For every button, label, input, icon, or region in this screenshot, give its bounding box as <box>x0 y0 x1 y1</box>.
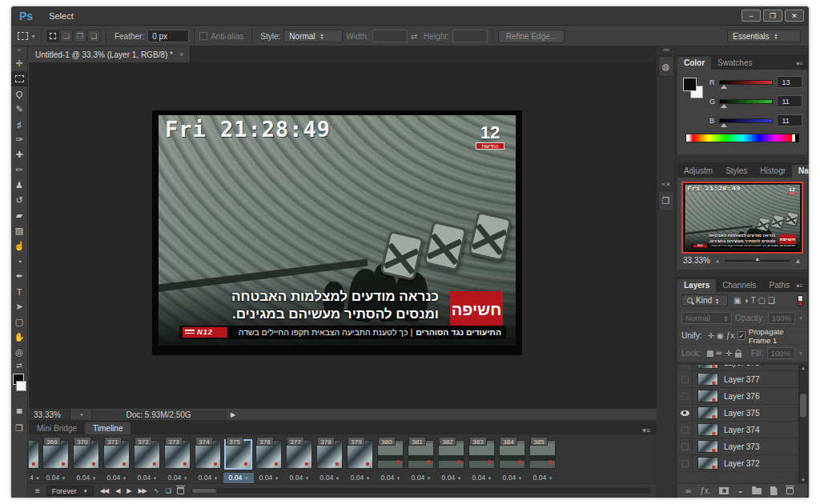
new-layer-icon[interactable] <box>770 486 778 495</box>
layer-thumbnail[interactable] <box>697 440 718 453</box>
refine-edge-button[interactable]: Refine Edge... <box>498 30 565 43</box>
navigator-proxy-view[interactable]: Fri 21:28:49 12 החדשות כנראה מודעים למצל… <box>681 182 803 254</box>
frame-duration[interactable]: 0.04 ▼ <box>223 473 254 483</box>
delete-layer-icon[interactable] <box>786 487 794 494</box>
adjustment-layer-icon[interactable]: ◒ <box>738 486 742 495</box>
eraser-tool[interactable]: ▰ <box>11 208 27 223</box>
previous-frame-button[interactable]: ◀ <box>115 487 119 494</box>
new-group-icon[interactable] <box>752 488 762 494</box>
feather-input[interactable]: 0 px <box>147 30 189 42</box>
shape-tool[interactable]: ▢ <box>11 314 27 330</box>
frame-duration[interactable]: 0.04 ▼ <box>41 473 71 483</box>
channel-slider[interactable] <box>719 80 773 85</box>
channel-value-field[interactable]: 11 <box>777 95 802 107</box>
link-layers-icon[interactable]: ∞ <box>685 486 691 495</box>
delete-frame-icon[interactable] <box>177 487 184 494</box>
layer-row[interactable]: Layer 376 <box>677 388 807 405</box>
layer-thumbnail[interactable] <box>697 390 718 402</box>
close-tab-icon[interactable]: × <box>179 50 183 58</box>
next-frame-button[interactable]: ▶▶ <box>138 487 146 494</box>
layer-row[interactable]: Layer 375 <box>677 405 807 422</box>
background-color-swatch[interactable] <box>16 381 26 391</box>
tab-adjustm[interactable]: Adjustm <box>677 165 719 178</box>
loop-count-select[interactable]: Forever▼ <box>46 486 94 496</box>
lock-icon[interactable]: ✏ <box>716 349 722 358</box>
tab-histogr[interactable]: Histogr <box>754 165 792 178</box>
layer-style-icon[interactable]: ƒx. <box>700 486 710 495</box>
frame-duration[interactable]: 0.04 ▼ <box>284 473 315 483</box>
color-spectrum-ramp[interactable] <box>685 134 799 142</box>
swap-colors-icon[interactable]: ⇄ <box>11 360 27 370</box>
filter-icon[interactable]: ▣ <box>734 296 741 305</box>
menu-select[interactable]: Select <box>41 6 88 26</box>
visibility-eye-icon[interactable] <box>677 405 693 422</box>
frame-375[interactable]: 3750.04 ▼ <box>223 436 254 483</box>
frame-378[interactable]: 3780.04 ▼ <box>315 436 345 483</box>
panel-menu-icon[interactable]: ▾≡ <box>796 60 807 70</box>
channel-slider[interactable] <box>719 118 773 123</box>
frame-duration[interactable]: 0.04 ▼ <box>163 473 193 483</box>
collapsed-panel-icon-2[interactable]: ❒ <box>658 190 674 211</box>
new-selection-button[interactable] <box>46 30 59 42</box>
play-button[interactable]: ▶ <box>127 487 131 494</box>
height-input[interactable] <box>452 30 488 42</box>
brush-tool[interactable]: ✏ <box>11 162 27 178</box>
layer-thumbnail[interactable] <box>697 406 718 419</box>
lock-icon[interactable]: ▩ <box>706 349 713 358</box>
zoom-tool[interactable]: ◎ <box>11 345 27 360</box>
unify-icon[interactable]: ◉ <box>717 331 724 340</box>
minimize-button[interactable]: – <box>742 10 761 22</box>
clone-stamp-tool[interactable]: ♟ <box>11 178 27 193</box>
timeline-options-icon[interactable]: ≡ <box>35 486 40 495</box>
timeline-scrollbar[interactable] <box>191 488 650 494</box>
visibility-toggle[interactable] <box>677 365 693 371</box>
frame-382[interactable]: 3820.04 ▼ <box>436 436 467 483</box>
filter-icon[interactable]: ❑ <box>768 296 775 305</box>
channel-value-field[interactable]: 11 <box>777 114 802 126</box>
layer-thumbnail[interactable] <box>697 423 718 436</box>
unify-icon[interactable]: ƒx <box>726 331 735 340</box>
frame-duration[interactable]: 0.04 ▼ <box>132 473 163 483</box>
frame-381[interactable]: 3810.04 ▼ <box>406 436 436 483</box>
filter-icon[interactable]: ◑ <box>743 296 748 305</box>
layer-row[interactable]: Layer 377 <box>677 371 807 388</box>
status-options-arrow[interactable]: ▶ <box>231 411 235 418</box>
first-frame-button[interactable]: ◀◀ <box>100 487 108 494</box>
tab-color[interactable]: Color <box>677 57 711 70</box>
visibility-toggle[interactable] <box>677 438 693 455</box>
frame-379[interactable]: 3790.04 ▼ <box>345 436 376 483</box>
frame-duration[interactable]: 0.04 ▼ <box>254 473 284 483</box>
timeline-panel-menu-icon[interactable]: ▾≡ <box>642 426 657 434</box>
frame-duration[interactable]: 0.04 ▼ <box>71 473 102 483</box>
type-tool[interactable]: T <box>11 284 27 299</box>
frame-384[interactable]: 3840.04 ▼ <box>497 436 528 483</box>
filter-icon[interactable]: T <box>751 296 756 305</box>
subtract-from-selection-button[interactable]: ❐ <box>74 30 86 42</box>
zoom-out-icon[interactable]: ▲ <box>715 258 720 263</box>
fill-field[interactable]: 100% <box>767 347 796 359</box>
filter-icon[interactable]: ▢ <box>758 296 766 305</box>
layer-thumbnail[interactable] <box>697 457 718 470</box>
smudge-tool[interactable]: ☝ <box>11 238 27 254</box>
frame-duration[interactable]: 0.04 ▼ <box>193 473 223 483</box>
visibility-toggle[interactable] <box>677 422 693 438</box>
frame-duration[interactable]: 0.04 ▼ <box>345 473 376 483</box>
canvas[interactable]: Fri 21:28:49 12 החדשות כנראה מודעים למצל… <box>29 62 657 408</box>
frame-duration[interactable]: 0.04 ▼ <box>436 473 467 483</box>
duplicate-frame-button[interactable]: ❏ <box>165 487 170 494</box>
quick-selection-tool[interactable]: ✎ <box>11 102 27 117</box>
layer-row[interactable]: Layer 372 <box>677 455 807 472</box>
collapse-tools-icon[interactable]: » <box>11 46 27 56</box>
document-tab[interactable]: Untitled-1 @ 33.3% (Layer 1, RGB/8) * × <box>29 46 191 62</box>
frame-371[interactable]: 3710.04 ▼ <box>102 436 132 483</box>
navigator-zoom-slider[interactable]: ▲ <box>725 260 790 262</box>
layer-mask-icon[interactable] <box>719 487 729 494</box>
frame-partial[interactable]: 4 ▼ <box>29 436 41 483</box>
frame-duration[interactable]: 0.04 ▼ <box>528 473 558 483</box>
frame-duration[interactable]: 0.04 ▼ <box>376 473 406 483</box>
frame-duration[interactable]: 0.04 ▼ <box>467 473 497 483</box>
frame-380[interactable]: 3800.04 ▼ <box>376 436 406 483</box>
lasso-tool[interactable]: Ϙ <box>11 86 27 102</box>
gradient-tool[interactable]: ▨ <box>11 223 27 238</box>
close-button[interactable]: ✕ <box>785 10 804 22</box>
